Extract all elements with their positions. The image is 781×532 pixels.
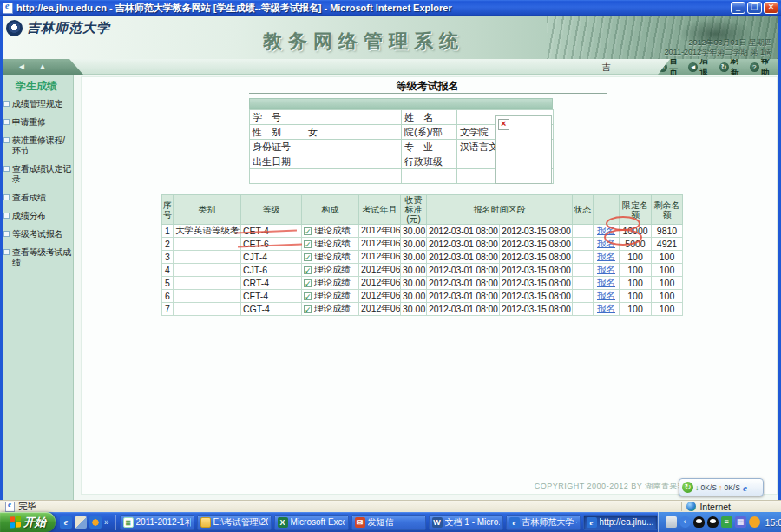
- start-button[interactable]: 开始: [0, 512, 56, 532]
- field-label: 身份证号: [250, 140, 305, 154]
- restore-button[interactable]: ❐: [747, 2, 762, 14]
- cell-status: [573, 225, 594, 238]
- cell-reg-end: 2012-03-15 08:00: [500, 251, 573, 264]
- taskbar-button-word[interactable]: W 文档 1 - Micro...: [429, 515, 503, 530]
- cell-component: ✓理论成绩: [302, 225, 359, 238]
- component-checkbox[interactable]: ✓: [304, 253, 312, 261]
- component-checkbox[interactable]: ✓: [304, 292, 312, 300]
- taskbar-button-spreadsheet[interactable]: ≣ 2011-2012-1补...: [120, 515, 194, 530]
- quicklaunch-media-player-icon[interactable]: [89, 516, 102, 529]
- cell-action: 报名: [594, 225, 620, 238]
- sidebar-item-label: 等级考试报名: [12, 229, 62, 240]
- task-list-icon[interactable]: ≡: [721, 516, 732, 528]
- register-link[interactable]: 报名: [597, 251, 615, 261]
- square-bullet-icon: [3, 101, 10, 107]
- cell-quota: 5000: [620, 238, 652, 251]
- sidebar-item-label: 成绩分布: [12, 211, 46, 221]
- collapse-left-icon[interactable]: ◄: [17, 62, 26, 72]
- cell-quota: 100: [620, 251, 652, 264]
- taskbar-buttons: ≣ 2011-2012-1补... E:\考试管理\20... X Micros…: [118, 515, 658, 530]
- register-link[interactable]: 报名: [597, 264, 615, 274]
- square-bullet-icon: [3, 194, 10, 200]
- speed-monitor-icon[interactable]: ↻: [682, 482, 693, 493]
- cell-no: 2: [162, 238, 174, 251]
- taskbar-button-ie-university[interactable]: e 吉林师范大学 -...: [506, 515, 581, 530]
- component-checkbox[interactable]: ✓: [304, 305, 312, 313]
- cell-status: [573, 290, 594, 303]
- collapse-up-icon[interactable]: ▲: [38, 62, 47, 72]
- tray-clock: 15:00: [765, 517, 781, 528]
- window-border-left: [0, 16, 3, 512]
- system-tray: ‹ ≡ ▦ 15:00: [658, 512, 781, 532]
- cell-reg-start: 2012-03-01 08:00: [427, 290, 500, 303]
- quicklaunch-show-desktop-icon[interactable]: [75, 516, 87, 529]
- component-label: 理论成绩: [314, 251, 351, 261]
- component-label: 理论成绩: [314, 264, 351, 274]
- component-checkbox[interactable]: ✓: [304, 227, 312, 235]
- close-button[interactable]: ✕: [764, 2, 778, 14]
- cell-exam-month: 2012年06月: [359, 290, 401, 303]
- broken-image-icon: [498, 119, 509, 130]
- sidebar-item[interactable]: 等级考试报名: [3, 229, 73, 240]
- cell-reg-start: 2012-03-01 08:00: [427, 251, 500, 264]
- cell-component: ✓理论成绩: [302, 303, 359, 316]
- sidebar-item[interactable]: 查看等级考试成绩: [3, 247, 73, 268]
- field-label: 专 业: [402, 140, 457, 154]
- qq-icon-2[interactable]: [707, 516, 719, 528]
- table-header-row: 序号 类别 等级 构成 考试年月 收费标准(元) 报名时间区段 状态 限定名额 …: [162, 195, 683, 225]
- sidebar-item[interactable]: 查看成绩认定记录: [3, 164, 73, 185]
- taskbar-separator: [115, 515, 116, 530]
- sidebar-item[interactable]: 成绩管理规定: [3, 99, 73, 109]
- messenger-icon[interactable]: ‹: [679, 516, 691, 528]
- cell-remaining: 100: [652, 277, 683, 290]
- table-row: 4 CJT-6 ✓理论成绩 2012年06月 30.00 2012-03-01 …: [162, 264, 683, 277]
- sidebar-item[interactable]: 查看成绩: [3, 193, 73, 203]
- field-value: [305, 154, 402, 169]
- cell-reg-start: 2012-03-01 08:00: [427, 303, 500, 316]
- display-settings-icon[interactable]: ▦: [735, 516, 746, 528]
- qq-icon[interactable]: [693, 516, 705, 528]
- sidebar-item[interactable]: 获准重修课程/环节: [3, 135, 73, 156]
- cell-level: CGT-4: [241, 303, 302, 316]
- cell-reg-start: 2012-03-01 08:00: [427, 238, 500, 251]
- register-link[interactable]: 报名: [597, 238, 615, 248]
- cell-status: [573, 303, 594, 316]
- quicklaunch-ie-icon[interactable]: e: [60, 516, 72, 529]
- sidebar-item[interactable]: 申请重修: [3, 117, 73, 128]
- cell-no: 7: [162, 303, 174, 316]
- cell-reg-start: 2012-03-01 08:00: [427, 225, 500, 238]
- input-method-icon[interactable]: [666, 516, 677, 528]
- col-header-no: 序号: [162, 195, 174, 225]
- download-speed: 0K/S: [701, 483, 717, 492]
- component-checkbox[interactable]: ✓: [304, 266, 312, 274]
- cell-exam-month: 2012年06月: [359, 303, 401, 316]
- taskbar-button-excel[interactable]: X Microsoft Exce...: [274, 515, 349, 530]
- cell-exam-month: 2012年06月: [359, 277, 401, 290]
- cell-status: [573, 277, 594, 290]
- register-link[interactable]: 报名: [597, 225, 615, 235]
- network-speed-widget[interactable]: ↻ ↓ 0K/S ↑ 0K/S e: [679, 478, 764, 496]
- empty-cell: [305, 169, 402, 184]
- component-checkbox[interactable]: ✓: [304, 279, 312, 287]
- minimize-button[interactable]: _: [731, 2, 745, 14]
- field-label: 院(系)/部: [402, 125, 457, 140]
- quicklaunch-chevron-icon[interactable]: »: [104, 517, 109, 527]
- security-icon[interactable]: [749, 516, 760, 528]
- cell-action: 报名: [594, 264, 620, 277]
- cell-status: [573, 264, 594, 277]
- component-checkbox[interactable]: ✓: [304, 240, 312, 248]
- taskbar-button-sms[interactable]: ✉ 发短信: [351, 515, 426, 530]
- cell-quota: 100: [620, 303, 652, 316]
- taskbar-button-folder[interactable]: E:\考试管理\20...: [197, 515, 272, 530]
- register-link[interactable]: 报名: [597, 303, 615, 313]
- start-button-label: 开始: [23, 515, 46, 530]
- sidebar-item-label: 成绩管理规定: [12, 99, 62, 109]
- table-row: 3 CJT-4 ✓理论成绩 2012年06月 30.00 2012-03-01 …: [162, 251, 683, 264]
- cell-fee: 30.00: [401, 277, 427, 290]
- register-link[interactable]: 报名: [597, 277, 615, 287]
- taskbar-button-ie-current[interactable]: e http://ea.jlnu...: [583, 515, 658, 530]
- browser-boost-icon[interactable]: e: [743, 483, 747, 493]
- register-link[interactable]: 报名: [597, 290, 615, 300]
- sidebar-item[interactable]: 成绩分布: [3, 211, 73, 221]
- exam-table-zone: 序号 类别 等级 构成 考试年月 收费标准(元) 报名时间区段 状态 限定名额 …: [161, 194, 682, 316]
